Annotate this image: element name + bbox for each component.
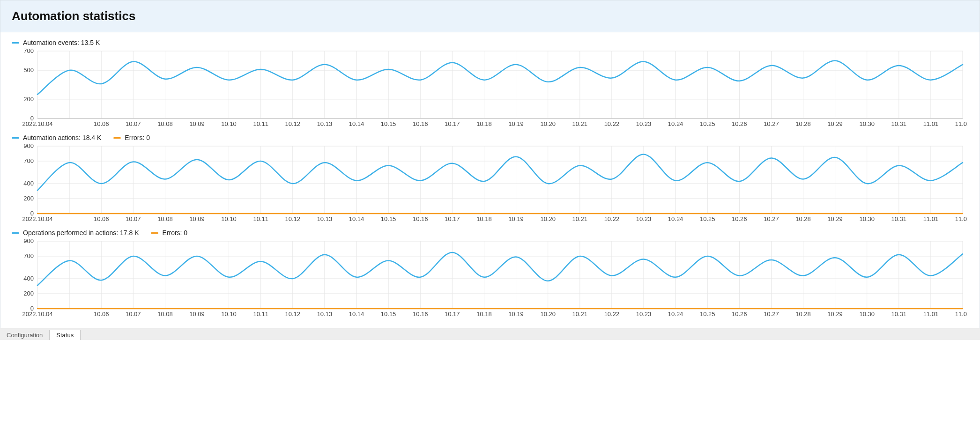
x-tick-label: 10.06 [94,215,109,222]
x-tick-label: 10.20 [540,120,556,127]
x-tick-label: 10.14 [349,120,364,127]
chart-block-operations: Operations performed in actions: 17.8 KE… [12,229,968,319]
x-tick-label: 10.29 [827,311,843,318]
x-tick-label: 11.01 [923,120,939,127]
x-tick-label: 10.08 [157,311,173,318]
series-automation actions [37,155,963,191]
series-operations [37,252,963,285]
x-tick-label: 10.23 [636,215,652,222]
chart-block-actions: Automation actions: 18.4 KErrors: 002004… [12,134,968,224]
x-tick-label: 10.31 [891,311,907,318]
y-tick-label: 400 [23,275,34,282]
x-tick-label: 10.19 [508,215,524,222]
x-tick-label: 11.02 [955,311,967,318]
legend-actions: Automation actions: 18.4 KErrors: 0 [12,134,968,141]
x-tick-label: 2022.10.04 [22,215,52,222]
x-tick-label: 10.25 [700,215,715,222]
charts-area: Automation events: 13.5 K02005007002022.… [0,32,980,328]
x-tick-label: 10.15 [381,311,396,318]
x-tick-label: 10.06 [94,311,109,318]
x-tick-label: 10.18 [476,311,492,318]
plot-events[interactable]: 02005007002022.10.0410.0610.0710.0810.09… [12,48,968,129]
x-tick-label: 10.11 [253,311,268,318]
x-tick-label: 10.17 [445,311,460,318]
x-tick-label: 10.13 [317,215,333,222]
x-tick-label: 10.19 [508,120,524,127]
tab-status[interactable]: Status [50,330,81,340]
x-tick-label: 11.01 [923,311,939,318]
tab-configuration[interactable]: Configuration [0,330,50,340]
legend-label: Automation actions: 18.4 K [23,134,101,141]
legend-label: Operations performed in actions: 17.8 K [23,229,139,237]
x-tick-label: 10.24 [668,311,683,318]
x-tick-label: 10.27 [764,311,779,318]
x-tick-label: 10.22 [604,120,620,127]
x-tick-label: 10.10 [221,311,237,318]
x-tick-label: 10.28 [795,311,811,318]
x-tick-label: 10.25 [700,311,715,318]
y-tick-label: 700 [23,252,34,259]
tabs-strip: ConfigurationStatus [0,328,980,340]
x-tick-label: 10.25 [700,120,715,127]
y-tick-label: 200 [23,96,34,103]
x-tick-label: 11.01 [923,215,939,222]
x-tick-label: 10.07 [126,120,141,127]
legend-swatch [151,232,158,234]
x-tick-label: 10.28 [795,215,811,222]
x-tick-label: 10.06 [94,120,109,127]
legend-label: Automation events: 13.5 K [23,39,100,46]
x-tick-label: 10.31 [891,215,907,222]
x-tick-label: 10.18 [476,120,492,127]
x-tick-label: 10.26 [732,215,747,222]
x-tick-label: 10.28 [795,120,811,127]
x-tick-label: 10.29 [827,215,843,222]
x-tick-label: 10.23 [636,120,652,127]
x-tick-label: 10.12 [285,311,301,318]
x-tick-label: 10.11 [253,215,268,222]
x-tick-label: 10.21 [572,120,588,127]
x-tick-label: 10.13 [317,120,333,127]
plot-operations[interactable]: 02004007009002022.10.0410.0610.0710.0810… [12,238,968,319]
x-tick-label: 10.20 [540,311,556,318]
legend-events: Automation events: 13.5 K [12,39,968,46]
x-tick-label: 10.11 [253,120,268,127]
y-tick-label: 500 [23,67,34,74]
x-tick-label: 10.12 [285,215,301,222]
x-tick-label: 10.22 [604,215,620,222]
x-tick-label: 10.30 [859,311,875,318]
x-tick-label: 2022.10.04 [22,120,52,127]
x-tick-label: 10.26 [732,120,747,127]
chart-events: 02005007002022.10.0410.0610.0710.0810.09… [12,48,967,128]
legend-item: Errors: 0 [151,229,187,237]
x-tick-label: 10.07 [126,215,141,222]
x-tick-label: 10.19 [508,311,524,318]
x-tick-label: 10.23 [636,311,652,318]
x-tick-label: 10.10 [221,120,237,127]
y-tick-label: 200 [23,195,34,202]
x-tick-label: 10.09 [189,311,205,318]
x-tick-label: 10.14 [349,311,364,318]
plot-actions[interactable]: 02004007009002022.10.0410.0610.0710.0810… [12,143,968,224]
legend-operations: Operations performed in actions: 17.8 KE… [12,229,968,237]
x-tick-label: 10.07 [126,311,141,318]
y-tick-label: 400 [23,180,34,187]
legend-swatch [113,137,121,139]
legend-label: Errors: 0 [162,229,187,237]
x-tick-label: 10.16 [413,311,428,318]
x-tick-label: 10.16 [413,215,428,222]
y-tick-label: 700 [23,157,34,164]
y-tick-label: 900 [23,143,34,149]
x-tick-label: 10.27 [764,120,779,127]
x-tick-label: 10.08 [157,120,173,127]
x-tick-label: 10.17 [445,215,460,222]
page-title: Automation statistics [12,9,968,23]
x-tick-label: 10.09 [189,120,205,127]
x-tick-label: 10.24 [668,120,683,127]
x-tick-label: 10.12 [285,120,301,127]
x-tick-label: 10.18 [476,215,492,222]
y-tick-label: 700 [23,48,34,54]
x-tick-label: 2022.10.04 [22,311,52,318]
x-tick-label: 10.13 [317,311,333,318]
x-tick-label: 10.24 [668,215,683,222]
x-tick-label: 10.30 [859,215,875,222]
